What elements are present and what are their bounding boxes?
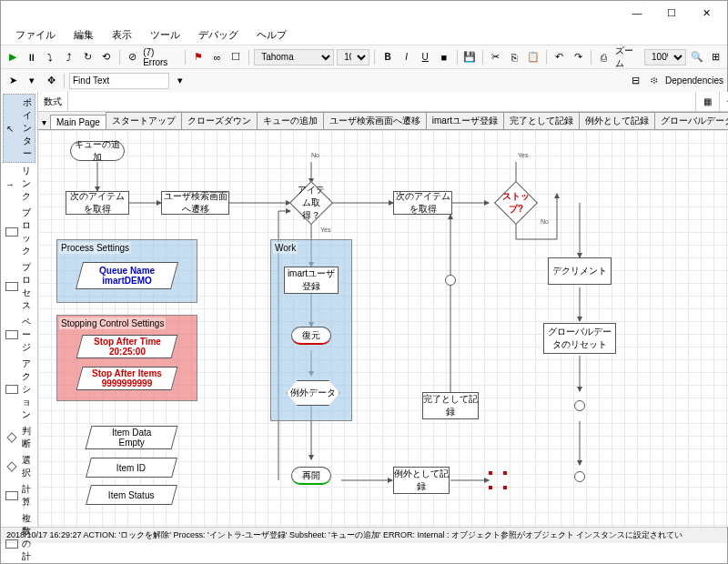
palette-page[interactable]: ページ — [3, 314, 35, 356]
cut-icon[interactable]: ✂ — [488, 49, 504, 65]
palette-pointer[interactable]: ↖ポインター — [3, 94, 35, 163]
formula-input[interactable] — [68, 92, 695, 111]
undo-icon[interactable]: ↶ — [551, 49, 568, 65]
minimize-button[interactable]: — — [620, 3, 654, 23]
zoomfit-icon[interactable]: ⊞ — [708, 49, 724, 65]
node-queue-add[interactable]: キューの追加 — [70, 141, 125, 161]
sheet-tabs: ▾ Main Page スタートアップ クローズダウン キューの追加 ユーザ検索… — [38, 112, 728, 130]
node-decrement[interactable]: デクリメント — [548, 257, 612, 285]
errors-icon[interactable]: ⊘ — [125, 49, 141, 65]
drop-icon[interactable]: ▾ — [24, 73, 40, 89]
data-item-data[interactable]: Item Data Empty — [86, 426, 178, 449]
palette-action[interactable]: アクション — [3, 356, 35, 423]
tab-complete[interactable]: 完了として記録 — [503, 112, 580, 129]
tab-closedown[interactable]: クローズダウン — [181, 112, 258, 129]
tab-queueadd[interactable]: キューの追加 — [257, 112, 324, 129]
node-item-got[interactable]: アイテム取得？ — [289, 181, 333, 225]
data-queue-name[interactable]: Queue Name imartDEMO — [76, 262, 178, 289]
step-icon[interactable]: ⤵ — [42, 49, 58, 65]
menu-tools[interactable]: ツール — [143, 26, 187, 44]
reset-icon[interactable]: ⟲ — [98, 49, 115, 65]
move-icon[interactable]: ✥ — [43, 73, 59, 89]
run-icon[interactable]: ▶ — [5, 49, 21, 65]
close-button[interactable]: ✕ — [689, 3, 723, 23]
node-restore[interactable]: 復元 — [291, 327, 331, 345]
link-icon[interactable]: ∞ — [209, 49, 226, 65]
save-icon[interactable]: 💾 — [462, 49, 479, 65]
palette-decision[interactable]: 判断 — [3, 423, 35, 452]
menu-file[interactable]: ファイル — [8, 26, 63, 44]
node-next-item-2[interactable]: 次のアイテムを取得 — [393, 191, 452, 215]
node-imart-register[interactable]: imartユーザ登録 — [284, 267, 339, 294]
tab-imart[interactable]: imartユーザ登録 — [426, 112, 504, 129]
tab-menu-icon[interactable]: ▾ — [38, 116, 50, 129]
palette-block[interactable]: ブロック — [3, 205, 35, 259]
find-next-icon[interactable]: ▾ — [172, 73, 188, 89]
tab-startup[interactable]: スタートアップ — [106, 112, 182, 129]
node-next-item-1[interactable]: 次のアイテムを取得 — [66, 191, 129, 215]
tab-exception[interactable]: 例外として記録 — [579, 112, 655, 129]
node-resume[interactable]: 再開 — [291, 467, 331, 485]
formula-label: 数式 — [38, 92, 68, 111]
anchor-1[interactable] — [574, 400, 585, 411]
node-stop[interactable]: ストップ? — [494, 181, 538, 225]
menu-help[interactable]: ヘルプ — [249, 26, 294, 44]
tab-usersearch[interactable]: ユーザ検索画面へ遷移 — [323, 112, 427, 129]
errors-label[interactable]: (7) Errors — [143, 47, 180, 67]
paste-icon[interactable]: 📋 — [525, 49, 541, 65]
anchor-3[interactable] — [445, 275, 456, 286]
print-icon[interactable]: ⎙ — [596, 49, 612, 65]
data-item-status[interactable]: Item Status — [86, 485, 177, 505]
color-icon[interactable]: ■ — [436, 49, 452, 65]
refresh-icon[interactable]: ↻ — [79, 49, 96, 65]
tree-icon[interactable]: ⊟ — [627, 73, 643, 89]
menubar: ファイル 編集 表示 ツール デバッグ ヘルプ — [1, 25, 727, 45]
titlebar: — ☐ ✕ — [1, 1, 727, 25]
bold-icon[interactable]: B — [379, 49, 396, 65]
redo-icon[interactable]: ↷ — [571, 49, 587, 65]
selection-handles[interactable] — [489, 471, 507, 489]
maximize-button[interactable]: ☐ — [654, 3, 689, 23]
menu-debug[interactable]: デバッグ — [191, 26, 246, 44]
dep-icon[interactable]: ፨ — [646, 73, 662, 89]
underline-icon[interactable]: U — [417, 49, 433, 65]
fontsize-select[interactable]: 10 — [337, 49, 369, 65]
font-select[interactable]: Tahoma — [254, 49, 334, 65]
menu-edit[interactable]: 編集 — [66, 26, 101, 44]
node-complete[interactable]: 完了として記録 — [422, 392, 479, 419]
label-no-1: No — [311, 152, 319, 158]
arrow-icon[interactable]: ➤ — [5, 73, 21, 89]
copy-icon[interactable]: ⎘ — [507, 49, 523, 65]
flag-icon[interactable]: ⚑ — [190, 49, 207, 65]
dependencies-label[interactable]: Dependencies — [665, 76, 723, 86]
diagram-canvas[interactable]: キューの追加 次のアイテムを取得 ユーザ検索画面へ遷移 アイテム取得？ No Y… — [38, 130, 728, 527]
tool-palette: ↖ポインター →リンク ブロック プロセス ページ アクション 判断 選択 計算… — [1, 92, 38, 527]
data-stop-after-items[interactable]: Stop After Items 9999999999 — [76, 367, 178, 390]
doc-icon[interactable]: ☐ — [228, 49, 245, 65]
zoom-label: ズーム — [615, 45, 642, 70]
anchor-2[interactable] — [574, 471, 585, 482]
node-user-search[interactable]: ユーザ検索画面へ遷移 — [161, 191, 229, 215]
node-global-reset[interactable]: グローバルデータのリセット — [543, 323, 616, 354]
save-to-button[interactable]: 保存先 — [719, 92, 728, 111]
pause-icon[interactable]: ⏸ — [24, 49, 40, 65]
node-exception-data[interactable]: 例外データ — [287, 380, 339, 406]
palette-choice[interactable]: 選択 — [3, 452, 35, 481]
statusbar: 2018/10/17 16:29:27 ACTION: 'ロックを解除' Pro… — [1, 527, 727, 543]
tab-globalreset[interactable]: グローバルデータのリセット — [654, 112, 728, 129]
palette-process[interactable]: プロセス — [3, 259, 35, 314]
italic-icon[interactable]: I — [399, 49, 415, 65]
menu-view[interactable]: 表示 — [105, 26, 139, 44]
data-item-id[interactable]: Item ID — [86, 458, 177, 478]
zoom-select[interactable]: 100% — [644, 49, 686, 65]
formula-calc-button[interactable]: ▦ — [695, 92, 719, 111]
zoomin-icon[interactable]: 🔍 — [689, 49, 705, 65]
data-stop-after-time[interactable]: Stop After Time 20:25:00 — [76, 335, 178, 358]
palette-link[interactable]: →リンク — [3, 163, 35, 205]
tab-main[interactable]: Main Page — [50, 115, 106, 129]
step-over-icon[interactable]: ⤴ — [61, 49, 77, 65]
palette-calc[interactable]: 計算 — [3, 481, 35, 510]
label-yes-2: Yes — [518, 152, 528, 158]
node-exception-record[interactable]: 例外として記録 — [393, 467, 450, 494]
find-input[interactable] — [69, 73, 169, 89]
